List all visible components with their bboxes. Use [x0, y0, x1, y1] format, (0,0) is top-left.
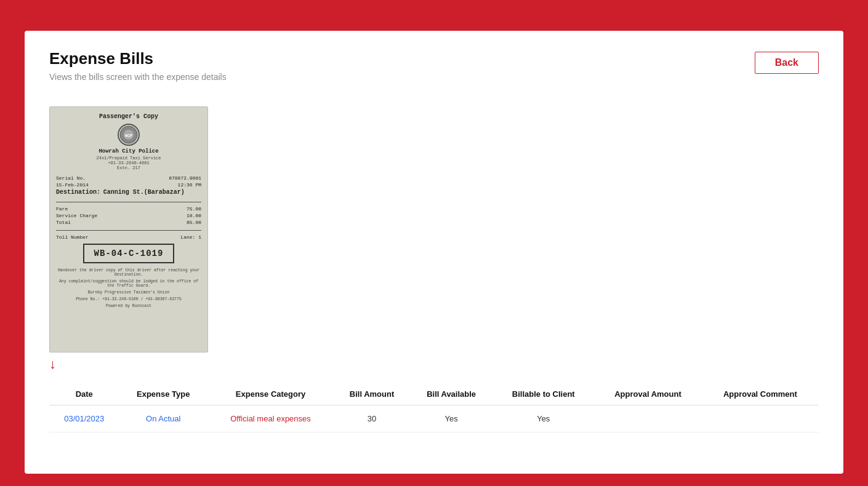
receipt-footer-2: Any complaint/suggestion should be lodge… — [56, 279, 201, 288]
receipt-service-value: 10.00 — [187, 213, 201, 218]
expense-table: Date Expense Type Expense Category Bill … — [49, 383, 819, 432]
receipt-dest-label: Destination: — [56, 189, 100, 196]
receipt-destination: Destination: Canning St.(Barabazar) — [56, 189, 201, 196]
receipt-section: Passenger's Copy HCP Howrah City Police … — [49, 106, 819, 353]
col-expense-category: Expense Category — [207, 383, 334, 405]
cell-expense-category: Official meal expenses — [207, 405, 334, 432]
cell-approval-comment — [702, 405, 819, 432]
receipt-powered-label: Powered by Runncast — [106, 304, 151, 308]
receipt-service-label: Service Charge — [56, 213, 97, 218]
receipt-toll-label: Toll Number — [56, 234, 89, 240]
top-bar — [0, 0, 868, 31]
receipt-fare-label: Fare — [56, 206, 68, 212]
receipt-union-label: Burnby Progressive Taximen's Union — [88, 290, 170, 295]
back-button[interactable]: Back — [755, 52, 819, 74]
receipt-addr3: Extn. 217 — [96, 165, 161, 170]
expense-table-section: Date Expense Type Expense Category Bill … — [49, 383, 819, 432]
table-header: Date Expense Type Expense Category Bill … — [49, 383, 819, 405]
card-body: Passenger's Copy HCP Howrah City Police … — [25, 94, 843, 457]
main-card: Expense Bills Views the bills screen wit… — [25, 31, 843, 474]
receipt-plate-number: WB-04-C-1019 — [83, 244, 175, 263]
col-approval-comment: Approval Comment — [702, 383, 819, 405]
page-subtitle: Views the bills screen with the expense … — [49, 72, 227, 82]
receipt-copy-label: Passenger's Copy — [99, 113, 158, 120]
receipt-lane-label: Lane: 1 — [180, 234, 201, 240]
col-billable-to-client: Billable to Client — [492, 383, 594, 405]
svg-text:HCP: HCP — [125, 133, 133, 138]
receipt-divider-1 — [56, 202, 201, 202]
col-bill-available: Bill Available — [410, 383, 492, 405]
receipt-addr2: +91-33-2640-4001 — [96, 161, 161, 165]
cell-billable-to-client: Yes — [492, 405, 594, 432]
receipt-total-value: 85.00 — [187, 220, 201, 225]
receipt-divider-2 — [56, 230, 201, 231]
cell-bill-available: Yes — [410, 405, 492, 432]
col-approval-amount: Approval Amount — [594, 383, 701, 405]
receipt-service-row: Service Charge 10.00 — [56, 213, 201, 218]
download-icon[interactable]: ↓ — [49, 356, 56, 372]
receipt-image: Passenger's Copy HCP Howrah City Police … — [49, 106, 208, 353]
page-title: Expense Bills — [49, 49, 227, 68]
col-bill-amount: Bill Amount — [334, 383, 410, 405]
receipt-fare-row: Fare 75.00 — [56, 206, 201, 212]
receipt-dest-value: Canning St.(Barabazar) — [103, 189, 185, 196]
receipt-wrapper: Passenger's Copy HCP Howrah City Police … — [49, 106, 208, 353]
table-row: 03/01/2023 On Actual Official meal expen… — [49, 405, 819, 432]
receipt-footer-1: Handover the driver copy of this driver … — [56, 268, 201, 277]
receipt-addr1: 24x1/Prepaid Taxi Service — [96, 156, 161, 161]
col-date: Date — [49, 383, 119, 405]
receipt-serial-value: 870872.9001 — [169, 175, 201, 181]
col-expense-type: Expense Type — [119, 383, 207, 405]
receipt-serial-row: Serial No. 870872.9001 — [56, 175, 201, 181]
receipt-address: 24x1/Prepaid Taxi Service +91-33-2640-40… — [96, 156, 161, 170]
cell-expense-type: On Actual — [119, 405, 207, 432]
receipt-date-value: 15-Feb-2014 — [56, 182, 89, 188]
cell-bill-amount: 30 — [334, 405, 410, 432]
cell-approval-amount — [594, 405, 701, 432]
header-text: Expense Bills Views the bills screen wit… — [49, 49, 227, 82]
receipt-toll-row: Toll Number Lane: 1 — [56, 234, 201, 240]
receipt-serial-label: Serial No. — [56, 175, 86, 181]
card-header: Expense Bills Views the bills screen wit… — [25, 31, 843, 94]
receipt-logo: HCP — [118, 124, 140, 146]
receipt-total-label: Total — [56, 220, 71, 225]
receipt-total-row: Total 85.00 — [56, 220, 201, 225]
receipt-datetime-row: 15-Feb-2014 12:36 PM — [56, 182, 201, 188]
receipt-org-name: Howrah City Police — [98, 148, 158, 154]
receipt-time-value: 12:36 PM — [178, 182, 201, 188]
table-header-row: Date Expense Type Expense Category Bill … — [49, 383, 819, 405]
table-body: 03/01/2023 On Actual Official meal expen… — [49, 405, 819, 432]
receipt-phone-label: Phone No.: +91-33-248-6100 / +91-98307-6… — [76, 297, 182, 301]
receipt-fare-value: 75.00 — [187, 206, 201, 212]
cell-date: 03/01/2023 — [49, 405, 119, 432]
